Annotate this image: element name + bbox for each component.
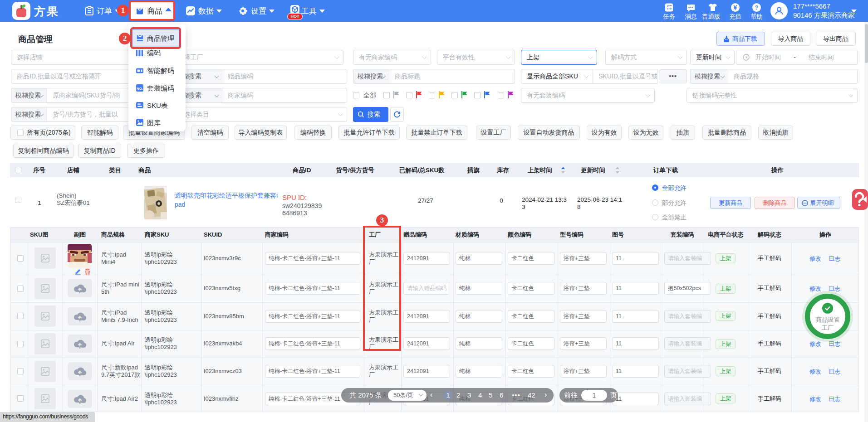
svg-text:NO.: NO. [137,87,143,91]
svg-text:?: ? [755,4,759,11]
